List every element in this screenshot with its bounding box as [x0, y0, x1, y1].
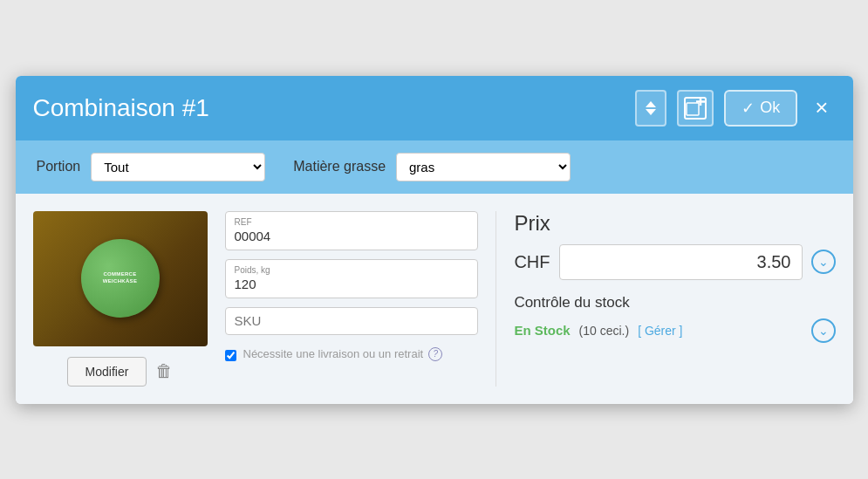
delete-button[interactable]: 🗑 [155, 361, 173, 381]
delivery-row: Nécessite une livraison ou un retrait ? [225, 347, 479, 361]
toolbar: Portion Tout Demi Quart Matière grasse g… [16, 140, 853, 194]
prix-title: Prix [514, 211, 835, 236]
product-image-inner: COMMERCE WEICHKÄSE [33, 211, 208, 346]
ref-field-group: REF [225, 211, 479, 250]
ok-check-icon: ✓ [742, 99, 755, 118]
stock-status: En Stock [514, 323, 570, 338]
prix-section: Prix CHF ⌄ [514, 211, 835, 280]
portion-label: Portion [37, 159, 81, 174]
poids-field-group: Poids, kg [225, 259, 479, 298]
add-icon [684, 97, 707, 120]
delete-icon: 🗑 [155, 361, 173, 380]
dialog-title: Combinaison #1 [33, 94, 625, 122]
cheese-circle: COMMERCE WEICHKÄSE [81, 239, 160, 318]
poids-input[interactable] [235, 277, 469, 291]
delivery-checkbox[interactable] [225, 350, 236, 361]
delivery-label: Nécessite une livraison ou un retrait ? [243, 347, 443, 361]
prix-chevron-button[interactable]: ⌄ [811, 250, 836, 274]
stock-manage-link[interactable]: [ Gérer ] [638, 324, 682, 338]
ref-input[interactable] [235, 229, 469, 243]
matiere-label: Matière grasse [293, 159, 386, 174]
price-input-wrapper [559, 244, 803, 280]
close-button[interactable]: × [808, 91, 835, 125]
add-button[interactable] [677, 90, 714, 127]
dialog-header: Combinaison #1 ✓ Ok × [16, 76, 853, 140]
stock-chevron-icon: ⌄ [818, 324, 829, 338]
currency-label: CHF [514, 252, 550, 272]
stock-chevron-button[interactable]: ⌄ [811, 318, 836, 343]
cheese-text: COMMERCE WEICHKÄSE [103, 271, 137, 285]
stock-section: Contrôle du stock En Stock (10 ceci.) [ … [514, 294, 835, 343]
portion-select[interactable]: Tout Demi Quart [91, 153, 265, 181]
modifier-button[interactable]: Modifier [67, 357, 147, 387]
matiere-group: Matière grasse gras demi-gras maigre [293, 153, 571, 181]
left-panel: COMMERCE WEICHKÄSE Modifier 🗑 [33, 211, 225, 387]
prix-chevron-icon: ⌄ [818, 255, 829, 269]
poids-label: Poids, kg [235, 265, 469, 275]
right-panel: Prix CHF ⌄ Contrôle du stock En Stock (1… [496, 211, 835, 387]
content-area: COMMERCE WEICHKÄSE Modifier 🗑 REF [16, 194, 853, 404]
sku-input[interactable] [235, 313, 469, 328]
stock-title: Contrôle du stock [514, 294, 835, 311]
prix-row: CHF ⌄ [514, 244, 835, 280]
spin-down-arrow [646, 109, 656, 115]
spin-button[interactable] [635, 90, 666, 127]
portion-group: Portion Tout Demi Quart [37, 153, 266, 181]
stock-row: En Stock (10 ceci.) [ Gérer ] ⌄ [514, 318, 835, 343]
svg-rect-1 [687, 103, 699, 115]
ref-label: REF [235, 217, 469, 227]
ok-label: Ok [760, 99, 780, 117]
stock-count: (10 ceci.) [579, 324, 630, 338]
sku-field-group [225, 307, 479, 335]
spin-up-arrow [646, 101, 656, 107]
price-input[interactable] [571, 252, 791, 272]
image-actions: Modifier 🗑 [67, 357, 174, 387]
middle-panel: REF Poids, kg Nécessite une livraison ou… [225, 211, 497, 387]
dialog-combinaison: Combinaison #1 ✓ Ok × Portion Tout Demi … [16, 76, 853, 404]
matiere-select[interactable]: gras demi-gras maigre [396, 153, 571, 181]
product-image: COMMERCE WEICHKÄSE [33, 211, 208, 346]
ok-button[interactable]: ✓ Ok [724, 90, 797, 127]
help-icon[interactable]: ? [428, 347, 442, 361]
